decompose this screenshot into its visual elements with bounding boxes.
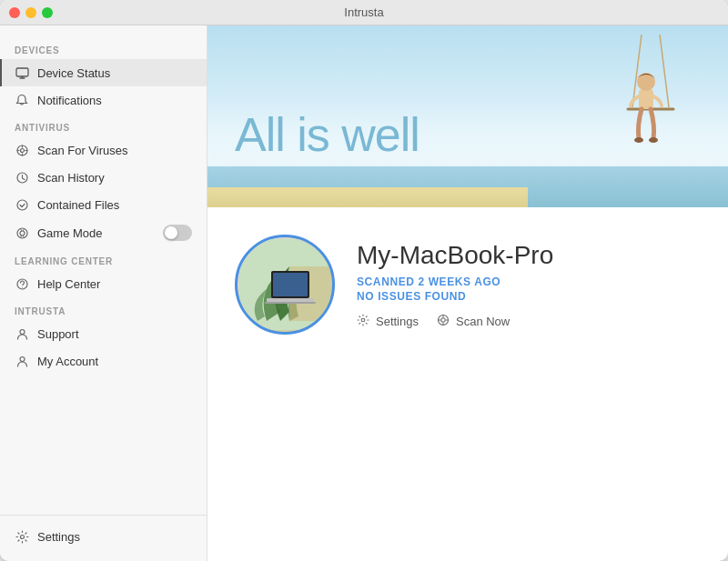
maximize-button[interactable] xyxy=(42,7,53,18)
scan-now-label: Scan Now xyxy=(456,315,510,328)
toggle-knob xyxy=(165,226,177,239)
sidebar-item-scan-for-viruses[interactable]: Scan For Viruses xyxy=(0,136,207,164)
sidebar-item-help-center[interactable]: Help Center xyxy=(0,270,207,297)
notifications-icon xyxy=(15,93,29,107)
sidebar-item-scan-viruses-label: Scan For Viruses xyxy=(37,144,192,157)
device-section: My-MacBook-Pro SCANNED 2 WEEKS AGO NO IS… xyxy=(207,207,728,353)
scan-viruses-icon xyxy=(15,143,29,157)
device-actions: Settings Scan Now xyxy=(357,314,701,328)
sidebar-item-settings-label: Settings xyxy=(37,530,192,544)
minimize-button[interactable] xyxy=(25,7,36,18)
sidebar-item-scan-history[interactable]: Scan History xyxy=(0,164,207,191)
scan-history-icon xyxy=(15,170,29,185)
sidebar-item-scan-history-label: Scan History xyxy=(37,171,192,185)
sidebar-item-game-mode[interactable]: Game Mode xyxy=(0,218,207,247)
svg-point-6 xyxy=(20,231,25,235)
device-scan-result: NO ISSUES FOUND xyxy=(357,290,701,303)
game-mode-toggle[interactable] xyxy=(163,225,192,241)
sidebar-item-help-center-label: Help Center xyxy=(37,277,192,291)
support-icon xyxy=(15,326,29,341)
sidebar-item-notifications[interactable]: Notifications xyxy=(0,86,207,114)
settings-action-icon xyxy=(357,314,371,328)
sidebar-item-notifications-label: Notifications xyxy=(37,94,192,107)
help-center-icon xyxy=(15,276,29,291)
content-area: All is well xyxy=(207,25,728,561)
intrusta-section-label: INTRUSTA xyxy=(0,297,207,320)
device-status-icon xyxy=(15,65,29,80)
window-title: Intrusta xyxy=(344,5,383,19)
svg-point-4 xyxy=(17,200,27,210)
sidebar-item-game-mode-label: Game Mode xyxy=(37,226,155,240)
svg-rect-15 xyxy=(639,89,653,109)
svg-point-11 xyxy=(20,535,24,538)
sidebar-item-my-account[interactable]: My Account xyxy=(0,347,207,375)
svg-point-2 xyxy=(20,148,24,152)
svg-rect-22 xyxy=(273,273,308,296)
titlebar: Intrusta xyxy=(0,0,728,25)
settings-action-label: Settings xyxy=(376,315,419,328)
antivirus-section-label: ANTIVIRUS xyxy=(0,114,207,136)
sidebar-item-contained-files[interactable]: Contained Files xyxy=(0,191,207,218)
svg-point-5 xyxy=(17,228,27,238)
sidebar: DEVICES Device Status Notific xyxy=(0,25,207,561)
sidebar-bottom: Settings xyxy=(0,515,207,550)
contained-files-icon xyxy=(15,197,29,212)
sidebar-item-contained-files-label: Contained Files xyxy=(37,198,192,212)
svg-rect-0 xyxy=(16,68,28,76)
svg-line-13 xyxy=(660,35,669,107)
svg-point-18 xyxy=(649,137,658,143)
scan-now-action[interactable]: Scan Now xyxy=(437,314,510,328)
my-account-icon xyxy=(15,354,29,368)
hero-title: All is well xyxy=(235,107,420,162)
settings-action[interactable]: Settings xyxy=(357,314,419,328)
app-window: Intrusta DEVICES Device Status xyxy=(0,0,728,561)
svg-point-16 xyxy=(637,73,655,91)
hero-banner: All is well xyxy=(207,25,728,207)
svg-point-27 xyxy=(441,318,445,322)
scan-now-icon xyxy=(437,314,451,328)
sidebar-item-device-status-label: Device Status xyxy=(37,66,192,80)
devices-section-label: DEVICES xyxy=(0,36,207,59)
device-info: My-MacBook-Pro SCANNED 2 WEEKS AGO NO IS… xyxy=(357,241,701,328)
svg-point-10 xyxy=(20,356,25,361)
close-button[interactable] xyxy=(9,7,20,18)
device-image-circle xyxy=(235,235,335,335)
hero-swing-illustration xyxy=(592,35,701,180)
sidebar-item-support[interactable]: Support xyxy=(0,320,207,347)
settings-icon xyxy=(15,529,29,544)
learning-section-label: LEARNING CENTER xyxy=(0,247,207,270)
game-mode-icon xyxy=(15,225,29,240)
device-name: My-MacBook-Pro xyxy=(357,241,701,270)
device-scan-status: SCANNED 2 WEEKS AGO xyxy=(357,275,701,288)
svg-point-9 xyxy=(20,329,25,334)
window-controls xyxy=(9,7,53,18)
svg-point-8 xyxy=(22,286,23,287)
svg-point-17 xyxy=(634,137,643,143)
sidebar-item-my-account-label: My Account xyxy=(37,355,192,368)
main-layout: DEVICES Device Status Notific xyxy=(0,25,728,561)
svg-point-25 xyxy=(361,318,365,322)
sidebar-item-settings[interactable]: Settings xyxy=(0,523,207,550)
sidebar-item-support-label: Support xyxy=(37,327,192,341)
sidebar-item-device-status[interactable]: Device Status xyxy=(0,59,207,86)
svg-rect-24 xyxy=(265,302,316,304)
svg-rect-23 xyxy=(267,298,314,302)
laptop-illustration xyxy=(238,237,332,332)
